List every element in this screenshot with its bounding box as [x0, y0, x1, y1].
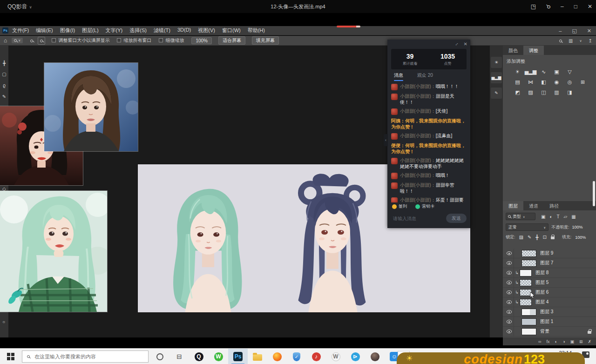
task-view-icon[interactable]: ⊟ [169, 349, 189, 364]
layer-thumbnail[interactable] [520, 299, 532, 306]
layer-name[interactable]: 图层 1 [540, 318, 553, 325]
color-lookup-icon[interactable]: ⊞ [578, 78, 587, 86]
channel-mixer-icon[interactable]: ◎ [565, 78, 574, 86]
opacity-value[interactable]: 100% [572, 225, 583, 229]
tab-channels[interactable]: 通道 [523, 201, 544, 210]
send-button[interactable]: 发送 [446, 214, 467, 223]
mini-mode-icon[interactable]: ◳ [531, 3, 536, 10]
layer-thumbnail[interactable] [522, 309, 536, 316]
w-app-icon[interactable]: W [326, 349, 345, 364]
layer-name[interactable]: 图层 5 [535, 279, 549, 286]
chat-collapse-handle[interactable]: ‹ [384, 134, 388, 146]
lock-artboard-icon[interactable]: ⊡ [542, 235, 546, 240]
minimize-icon[interactable]: – [561, 3, 564, 10]
taskbar-search[interactable] [22, 351, 149, 363]
ps-restore-icon[interactable]: ◱ [572, 28, 576, 34]
threshold-icon[interactable]: ◫ [539, 88, 548, 96]
pixel-filter-icon[interactable]: ▣ [541, 214, 545, 219]
lock-transparency-icon[interactable]: ▨ [519, 235, 523, 240]
layer-row[interactable]: ↳ 图层 1 [503, 317, 596, 327]
zoom-tool-icon[interactable]: ∨ [12, 38, 23, 43]
tab-chat-audience[interactable]: 观众 20 [417, 72, 433, 81]
brightness-contrast-icon[interactable]: ☀ [513, 68, 522, 75]
layer-group-icon[interactable]: ▣ [570, 339, 574, 344]
smart-filter-icon[interactable]: ▦ [571, 214, 576, 219]
layer-thumbnail[interactable] [520, 279, 532, 286]
zoom-100-button[interactable]: 100% [191, 37, 212, 44]
checkin-badge[interactable]: 签到 [392, 203, 407, 209]
fill-value[interactable]: 100% [575, 235, 586, 240]
close-icon[interactable]: ✕ [464, 41, 467, 47]
layer-thumbnail[interactable] [522, 328, 536, 335]
link-layers-icon[interactable]: ∞ [538, 339, 541, 344]
layer-mask-icon[interactable]: ◐ [555, 339, 557, 344]
menu-item[interactable]: 文件(F) [12, 27, 29, 34]
photoshop-icon[interactable]: Ps [228, 349, 248, 364]
adjustment-filter-icon[interactable]: ◐ [549, 214, 552, 219]
pin-icon[interactable]: ⚲ [545, 3, 552, 10]
menu-item[interactable]: 帮助(H) [248, 27, 265, 34]
chat-input[interactable] [392, 216, 439, 222]
visibility-toggle[interactable] [505, 307, 514, 317]
security-shield-icon[interactable]: ✓ [287, 349, 306, 364]
file-explorer-icon[interactable] [248, 349, 267, 364]
menu-item[interactable]: 编辑(E) [36, 27, 53, 34]
layer-row[interactable]: ↳ 图层 5 [503, 278, 596, 288]
visibility-toggle[interactable] [505, 278, 514, 288]
search-icon[interactable] [559, 38, 562, 43]
video-progress-played[interactable] [337, 26, 356, 27]
gradient-map-icon[interactable]: ▥ [552, 88, 561, 96]
menu-item[interactable]: 图像(I) [60, 27, 75, 34]
visibility-toggle[interactable] [505, 297, 514, 307]
zoom-out-icon[interactable] [30, 38, 33, 43]
layer-thumbnail[interactable] [522, 318, 536, 325]
layer-name[interactable]: 图层 3 [540, 309, 553, 315]
exposure-icon[interactable]: ▣ [552, 68, 561, 75]
visibility-toggle[interactable] [505, 327, 514, 337]
cortana-icon[interactable] [150, 349, 169, 364]
visibility-toggle[interactable] [505, 288, 514, 297]
share-icon[interactable]: ↥ [589, 38, 592, 43]
layer-name[interactable]: 图层 6 [535, 289, 549, 296]
lock-all-icon[interactable] [551, 236, 555, 239]
menu-item[interactable]: 窗口(W) [222, 27, 241, 34]
tab-layers[interactable]: 图层 [503, 201, 523, 210]
fill-screen-button[interactable]: 填充屏幕 [252, 36, 279, 45]
posterize-icon[interactable]: ▨ [526, 88, 535, 96]
lock-pixels-icon[interactable]: ✎ [528, 235, 531, 240]
netease-music-icon[interactable]: ♪ [306, 349, 326, 364]
shape-filter-icon[interactable]: ▱ [564, 214, 568, 219]
visibility-toggle[interactable] [505, 249, 514, 258]
telegram-icon[interactable]: ⊳ [345, 349, 365, 364]
brush-settings-panel-icon[interactable]: ✎ [491, 88, 502, 99]
layer-name[interactable]: 图层 9 [540, 250, 553, 256]
layer-name[interactable]: 图层 4 [535, 299, 549, 305]
color-balance-icon[interactable]: ⋈ [526, 78, 535, 86]
wechat-icon[interactable]: W [209, 349, 228, 364]
menu-item[interactable]: 视图(V) [198, 27, 215, 34]
layer-row[interactable]: ↳ 图层 3 [503, 307, 596, 317]
layer-name[interactable]: 背景 [540, 328, 549, 335]
layer-name[interactable]: 图层 7 [540, 260, 553, 266]
card-badge[interactable]: 营销卡 [415, 203, 434, 209]
tab-chat-messages[interactable]: 消息 [394, 72, 403, 81]
hand-tool-icon[interactable]: ○ [2, 319, 5, 324]
lock-position-icon[interactable]: ╋ [535, 235, 538, 240]
layer-row[interactable]: ↳ 背景 [503, 327, 596, 337]
layer-effects-icon[interactable]: fx [547, 339, 550, 344]
zoom-all-checkbox[interactable]: 缩放所有窗口 [117, 37, 151, 44]
delete-layer-icon[interactable]: ✗ [588, 339, 591, 344]
menu-item[interactable]: 滤镜(T) [154, 27, 170, 34]
menu-item[interactable]: 图层(L) [82, 27, 98, 34]
photo-filter-icon[interactable]: ◉ [552, 78, 561, 86]
menu-item[interactable]: 文字(Y) [106, 27, 123, 34]
move-tool-icon[interactable]: ╋ [3, 61, 6, 66]
close-icon[interactable]: ✕ [588, 3, 592, 10]
marquee-tool-icon[interactable]: ▢ [2, 72, 6, 77]
black-white-icon[interactable]: ◧ [539, 78, 548, 86]
search-input[interactable] [34, 353, 136, 360]
adjustments-panel-icon[interactable]: ☀ [491, 57, 502, 68]
layer-name[interactable]: 图层 8 [535, 270, 549, 276]
layer-row[interactable]: ↳ 图层 4 [503, 297, 596, 307]
home-icon[interactable]: ⌂ [4, 37, 7, 44]
